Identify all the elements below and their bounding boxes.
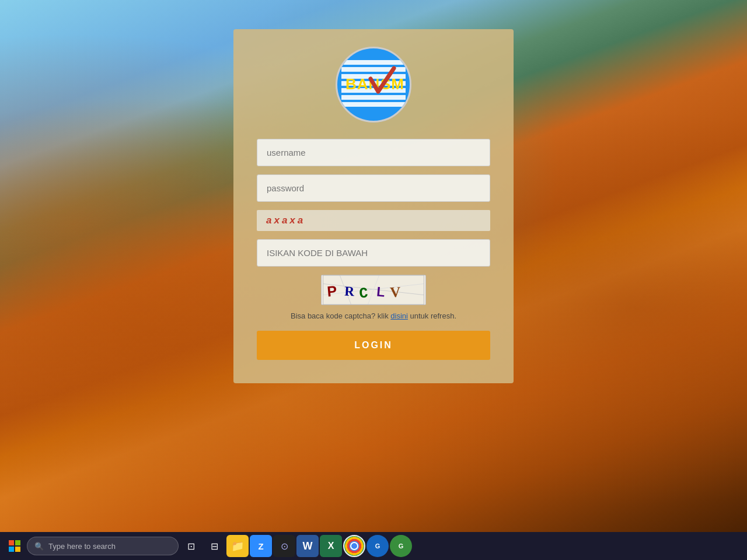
zoom-icon[interactable]: Z: [250, 535, 272, 557]
captcha-input[interactable]: [257, 239, 490, 267]
captcha-code-text: axaxa: [266, 215, 305, 226]
svg-text:C: C: [358, 285, 368, 302]
chrome-icon-2[interactable]: G: [366, 535, 389, 557]
chrome-icon-1[interactable]: [343, 535, 365, 557]
username-input[interactable]: [257, 139, 490, 166]
captcha-info: Bisa baca kode captcha? klik disini untu…: [291, 311, 456, 321]
taskbar: 🔍 Type here to search ⊡ ⊟ 📁 Z ⊙ W X G G: [0, 532, 747, 560]
search-icon: 🔍: [34, 542, 44, 551]
file-explorer-icon[interactable]: 📁: [226, 535, 249, 557]
login-panel: BAN SM axaxa P R: [233, 29, 514, 383]
svg-text:V: V: [390, 284, 401, 300]
login-button[interactable]: LOGIN: [257, 331, 490, 360]
taskbar-search-placeholder: Type here to search: [48, 542, 116, 551]
start-button[interactable]: [4, 535, 26, 557]
word-icon[interactable]: W: [296, 535, 319, 557]
logo-circle: BAN SM: [336, 47, 411, 123]
svg-text:L: L: [376, 284, 385, 300]
taskbar-search[interactable]: 🔍 Type here to search: [27, 537, 179, 555]
excel-icon[interactable]: X: [320, 535, 342, 557]
captcha-code-display: axaxa: [257, 210, 490, 231]
clock-app-icon[interactable]: ⊙: [273, 535, 295, 557]
svg-text:P: P: [326, 282, 337, 299]
password-group: [257, 174, 490, 202]
task-view-button[interactable]: ⊡: [180, 535, 202, 557]
captcha-image: P R C L V: [321, 275, 426, 305]
captcha-refresh-link[interactable]: disini: [390, 312, 408, 320]
captcha-input-group: [257, 239, 490, 267]
svg-text:R: R: [344, 284, 355, 299]
password-input[interactable]: [257, 174, 490, 202]
taskbar-toggle-button[interactable]: ⊟: [203, 535, 225, 557]
username-group: [257, 139, 490, 166]
chrome-icon-3[interactable]: G: [390, 535, 412, 557]
